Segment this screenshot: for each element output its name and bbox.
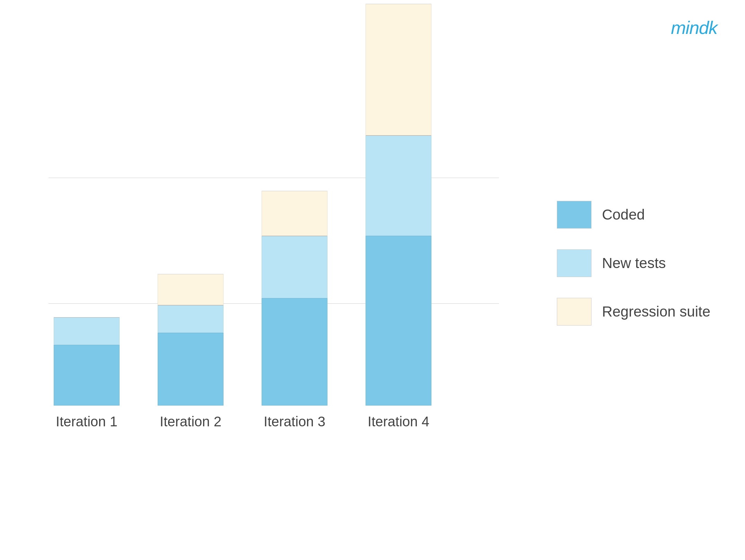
- bar-regression-4: [366, 4, 431, 135]
- bar-stack-2: [158, 274, 224, 406]
- chart-container: Iteration 1 Iteration 2 Iteration 3: [28, 28, 547, 513]
- bar-regression-3: [262, 191, 327, 236]
- bar-stack-3: [262, 191, 327, 406]
- bar-label-2: Iteration 2: [160, 414, 221, 429]
- bar-coded-2: [158, 333, 224, 406]
- logo-text-blue: k: [709, 18, 717, 38]
- bar-coded-4: [366, 236, 431, 406]
- bar-regression-2: [158, 274, 224, 305]
- bar-coded-1: [54, 345, 120, 406]
- bar-group-iteration4: Iteration 4: [360, 4, 437, 429]
- legend-label-coded: Coded: [602, 206, 645, 223]
- legend-label-new-tests: New tests: [602, 255, 666, 272]
- legend-box-regression: [557, 298, 591, 326]
- legend: Coded New tests Regression suite: [557, 201, 710, 326]
- bar-label-3: Iteration 3: [264, 414, 325, 429]
- legend-box-new-tests: [557, 249, 591, 277]
- chart-area: Iteration 1 Iteration 2 Iteration 3: [49, 48, 499, 429]
- bar-label-1: Iteration 1: [56, 414, 117, 429]
- logo-text-black: mind: [671, 18, 709, 38]
- bar-new-tests-3: [262, 236, 327, 298]
- bar-group-iteration2: Iteration 2: [152, 274, 229, 429]
- bar-coded-3: [262, 298, 327, 406]
- bar-new-tests-1: [54, 317, 120, 345]
- logo: mindk: [671, 17, 717, 38]
- bar-stack-4: [366, 4, 431, 406]
- legend-label-regression: Regression suite: [602, 303, 710, 320]
- legend-item-new-tests: New tests: [557, 249, 710, 277]
- bars-row: Iteration 1 Iteration 2 Iteration 3: [49, 4, 499, 429]
- legend-item-coded: Coded: [557, 201, 710, 229]
- bar-new-tests-4: [366, 135, 431, 236]
- bar-group-iteration1: Iteration 1: [49, 317, 125, 429]
- bar-new-tests-2: [158, 305, 224, 333]
- bar-stack-1: [54, 317, 120, 406]
- bar-label-4: Iteration 4: [368, 414, 429, 429]
- legend-item-regression: Regression suite: [557, 298, 710, 326]
- bar-group-iteration3: Iteration 3: [256, 191, 333, 429]
- legend-box-coded: [557, 201, 591, 229]
